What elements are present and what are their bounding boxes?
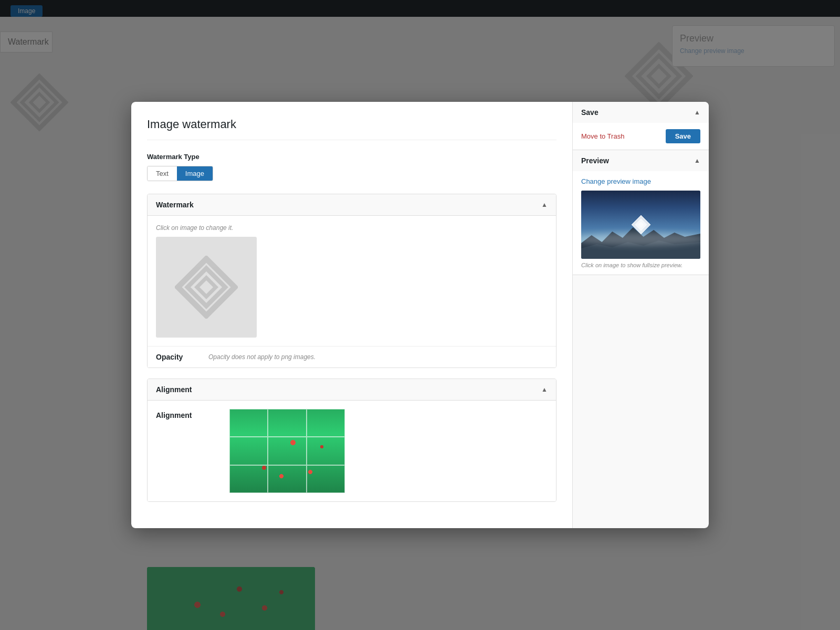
grid-cell-tr[interactable]	[307, 409, 345, 437]
modal-wrapper: Image watermark Watermark Type Text Imag…	[0, 0, 840, 630]
save-section-title: Save	[581, 108, 598, 117]
grid-cell-ml[interactable]	[229, 437, 268, 465]
preview-section-header[interactable]: Preview ▲	[573, 150, 709, 171]
opacity-note: Opacity does not apply to png images.	[208, 353, 316, 361]
watermark-hint: Click on image to change it.	[156, 224, 548, 232]
image-watermark-modal: Image watermark Watermark Type Text Imag…	[131, 102, 709, 528]
preview-section-title: Preview	[581, 156, 609, 165]
tab-text[interactable]: Text	[148, 166, 177, 181]
grid-cell-mr[interactable]	[307, 437, 345, 465]
preview-watermark-icon	[631, 214, 652, 235]
change-preview-link[interactable]: Change preview image	[581, 177, 700, 185]
watermark-collapse-icon: ▲	[541, 201, 548, 208]
watermark-type-tabs: Text Image	[147, 166, 213, 181]
svg-marker-8	[197, 278, 216, 297]
alignment-section-title: Alignment	[156, 385, 192, 394]
preview-image[interactable]	[581, 191, 700, 259]
watermark-section-body: Click on image to change it.	[148, 216, 556, 346]
grid-cell-tc[interactable]	[268, 409, 306, 437]
grid-cell-tl[interactable]	[229, 409, 268, 437]
opacity-label: Opacity	[156, 353, 198, 361]
modal-right-panel: Save ▲ Move to Trash Save Preview ▲ Ch	[572, 102, 709, 528]
save-collapse-icon: ▲	[694, 109, 700, 116]
sky-background	[581, 191, 700, 259]
preview-section-body: Change preview image	[573, 171, 709, 275]
save-button[interactable]: Save	[666, 129, 700, 143]
move-to-trash-link[interactable]: Move to Trash	[581, 132, 624, 140]
alignment-section-header[interactable]: Alignment ▲	[148, 379, 556, 401]
grid-cell-mc[interactable]	[268, 437, 306, 465]
watermark-diamond-icon	[175, 256, 238, 319]
save-section-header[interactable]: Save ▲	[573, 102, 709, 123]
alignment-section-body: Alignment	[148, 401, 556, 501]
preview-caption: Click on image to show fullsize preview.	[581, 262, 700, 268]
save-section-body: Move to Trash Save	[573, 123, 709, 150]
grid-cell-br[interactable]	[307, 465, 345, 493]
save-section: Save ▲ Move to Trash Save	[573, 102, 709, 150]
alignment-collapse-icon: ▲	[541, 386, 548, 393]
preview-section: Preview ▲ Change preview image	[573, 150, 709, 275]
alignment-section: Alignment ▲ Alignment	[147, 379, 556, 502]
alignment-grid-overlay[interactable]	[229, 409, 345, 493]
save-row: Move to Trash Save	[581, 129, 700, 143]
watermark-section-header[interactable]: Watermark ▲	[148, 194, 556, 216]
alignment-grid-image[interactable]	[229, 409, 345, 493]
tab-image[interactable]: Image	[177, 166, 213, 181]
alignment-field-label: Alignment	[156, 409, 219, 419]
watermark-image-click[interactable]	[156, 237, 257, 338]
opacity-row: Opacity Opacity does not apply to png im…	[148, 346, 556, 368]
alignment-grid-wrapper: Alignment	[156, 409, 548, 493]
watermark-section-title: Watermark	[156, 201, 194, 209]
watermark-type-label: Watermark Type	[147, 153, 556, 161]
modal-title: Image watermark	[147, 118, 556, 140]
grid-cell-bl[interactable]	[229, 465, 268, 493]
modal-left-panel: Image watermark Watermark Type Text Imag…	[131, 102, 572, 528]
preview-collapse-icon: ▲	[694, 157, 700, 164]
watermark-section: Watermark ▲ Click on image to change it.	[147, 194, 556, 368]
grid-cell-bc[interactable]	[268, 465, 306, 493]
